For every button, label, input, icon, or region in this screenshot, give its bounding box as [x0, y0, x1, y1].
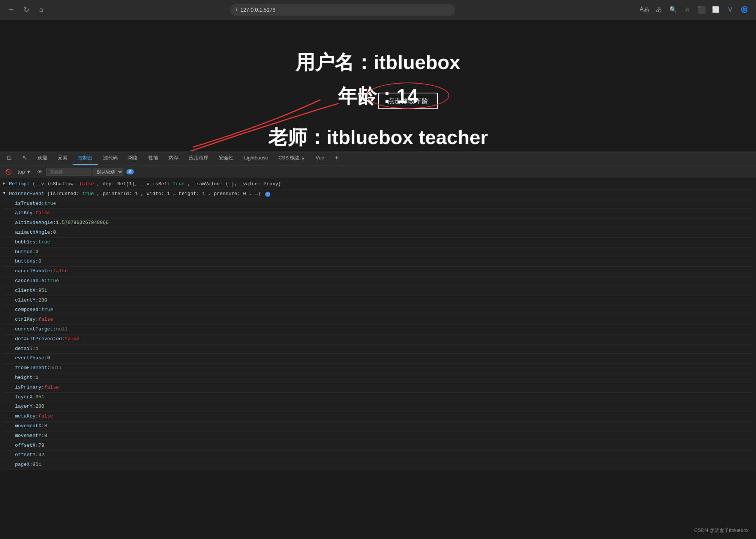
browser-chrome: ← ↻ ⌂ ℹ 127.0.0.1:5173 Aあ あ 🔍 ☆ ⬛ ⬜ V 🌀: [0, 0, 756, 20]
teacher-display: 老师：itbluebox teacher: [268, 125, 488, 151]
prop-buttons: buttons : 0: [3, 257, 753, 267]
prop-offsetX: offsetX : 79: [3, 441, 753, 451]
tab-welcome[interactable]: 欢迎: [32, 151, 52, 165]
prop-azimuthAngle: azimuthAngle : 0: [3, 228, 753, 238]
prop-ctrlKey: ctrlKey : false: [3, 315, 753, 325]
prop-height: height : 1: [3, 373, 753, 383]
prop-composed: composed : true: [3, 305, 753, 315]
watermark: CSDN @蓝盒子itbluebox: [694, 527, 748, 534]
refimpl-text: RefImpl {__v_isShallow: false , dep: Set…: [9, 180, 281, 188]
tab-sources[interactable]: 源代码: [98, 151, 123, 165]
prop-eventPhase: eventPhase : 0: [3, 354, 753, 363]
prop-currentTarget: currentTarget : null: [3, 325, 753, 335]
prop-movementY: movementY : 0: [3, 431, 753, 441]
prop-clientY: clientY : 280: [3, 296, 753, 306]
prop-altKey: altKey : false: [3, 209, 753, 218]
devtools-tabs: ⊡ ↖ 欢迎 元素 控制台 源代码 网络 性能 内存 应用程序 安全性 Ligh…: [0, 151, 756, 165]
info-icon[interactable]: i: [265, 192, 270, 197]
tab-memory[interactable]: 内存: [164, 151, 184, 165]
expand-refimpl[interactable]: ▶: [3, 180, 8, 187]
tab-performance[interactable]: 性能: [143, 151, 164, 165]
edge-icon[interactable]: 🌀: [739, 4, 750, 15]
prop-cancelBubble: cancelBubble : false: [3, 267, 753, 276]
filter-input[interactable]: [46, 168, 91, 176]
split-screen-icon[interactable]: ⬜: [710, 4, 722, 15]
prop-layerX: layerX : 951: [3, 393, 753, 402]
tab-device-toolbar[interactable]: ⊡: [2, 151, 17, 165]
console-output: ▶ RefImpl {__v_isShallow: false , dep: S…: [0, 178, 756, 471]
url-text: 127.0.0.1:5173: [240, 7, 275, 13]
home-button[interactable]: ⌂: [36, 5, 46, 15]
address-bar[interactable]: ℹ 127.0.0.1:5173: [230, 4, 455, 16]
top-context-button[interactable]: top ▼: [15, 168, 33, 176]
page-content: 用户名：itbluebox 年龄：14 点击修改年龄 老师：itbluebox …: [0, 20, 756, 151]
tab-application[interactable]: 应用程序: [184, 151, 214, 165]
prop-clientX: clientX : 951: [3, 286, 753, 296]
prop-fromElement: fromElement : null: [3, 363, 753, 373]
clear-console-button[interactable]: 🚫: [3, 168, 14, 176]
prop-pageX: pageX : 951: [3, 460, 753, 470]
dropdown-arrow: ▼: [26, 169, 31, 175]
prop-movementX: movementX : 0: [3, 422, 753, 431]
pointer-event-text: PointerEvent {isTrusted: true , pointerI…: [9, 190, 270, 198]
tab-vue[interactable]: Vue: [310, 151, 330, 165]
prop-button: button : 0: [3, 248, 753, 257]
collections-icon[interactable]: ⬛: [696, 4, 707, 15]
message-count-badge: 6: [126, 169, 134, 174]
tab-css-overview[interactable]: CSS 概述 ▲: [273, 151, 310, 165]
prop-defaultPrevented: defaultPrevented : false: [3, 335, 753, 344]
top-label: top: [18, 169, 25, 175]
browser-actions: Aあ あ 🔍 ☆ ⬛ ⬜ V 🌀: [639, 4, 750, 15]
prop-isTrusted: isTrusted : true: [3, 199, 753, 209]
eye-button[interactable]: 👁: [35, 168, 45, 176]
prop-cancelable: cancelable : true: [3, 276, 753, 286]
username-display: 用户名：itbluebox: [296, 50, 460, 76]
prop-isPrimary: isPrimary : false: [3, 383, 753, 393]
favorites-icon[interactable]: ☆: [682, 4, 693, 15]
tab-elements[interactable]: 元素: [52, 151, 73, 165]
tab-more[interactable]: +: [330, 151, 344, 165]
devtools-panel: ⊡ ↖ 欢迎 元素 控制台 源代码 网络 性能 内存 应用程序 安全性 Ligh…: [0, 151, 756, 471]
refresh-button[interactable]: ↻: [21, 5, 32, 15]
prop-offsetY: offsetY : 32: [3, 450, 753, 460]
prop-metaKey: metaKey : false: [3, 412, 753, 422]
tab-console[interactable]: 控制台: [73, 151, 98, 165]
prop-layerY: layerY : 280: [3, 402, 753, 412]
search-icon[interactable]: 🔍: [668, 4, 679, 15]
translate-icon[interactable]: Aあ: [639, 4, 650, 15]
pointer-event-line[interactable]: ▼ PointerEvent {isTrusted: true , pointe…: [3, 189, 753, 199]
prop-bubbles: bubbles : true: [3, 238, 753, 248]
page-wrapper: 用户名：itbluebox 年龄：14 点击修改年龄 老师：itbluebox …: [0, 20, 756, 151]
devtools-toolbar: 🚫 top ▼ 👁 默认级别 6: [0, 165, 756, 178]
css-overview-icon: ▲: [301, 155, 305, 161]
read-aloud-icon[interactable]: あ: [653, 4, 664, 15]
tab-inspect[interactable]: ↖: [17, 151, 32, 165]
log-level-select[interactable]: 默认级别: [93, 168, 123, 176]
extensions-icon[interactable]: V: [724, 4, 736, 15]
tab-network[interactable]: 网络: [123, 151, 143, 165]
back-button[interactable]: ←: [6, 5, 16, 15]
expand-pointer-event[interactable]: ▼: [3, 190, 8, 197]
modify-age-button[interactable]: 点击修改年龄: [378, 93, 438, 109]
tab-lighthouse[interactable]: Lighthouse: [239, 151, 273, 165]
prop-altitudeAngle: altitudeAngle : 1.5707963267948966: [3, 218, 753, 228]
refimpl-line[interactable]: ▶ RefImpl {__v_isShallow: false , dep: S…: [3, 180, 753, 189]
prop-detail: detail : 1: [3, 344, 753, 354]
tab-security[interactable]: 安全性: [214, 151, 239, 165]
security-icon: ℹ: [236, 7, 237, 12]
